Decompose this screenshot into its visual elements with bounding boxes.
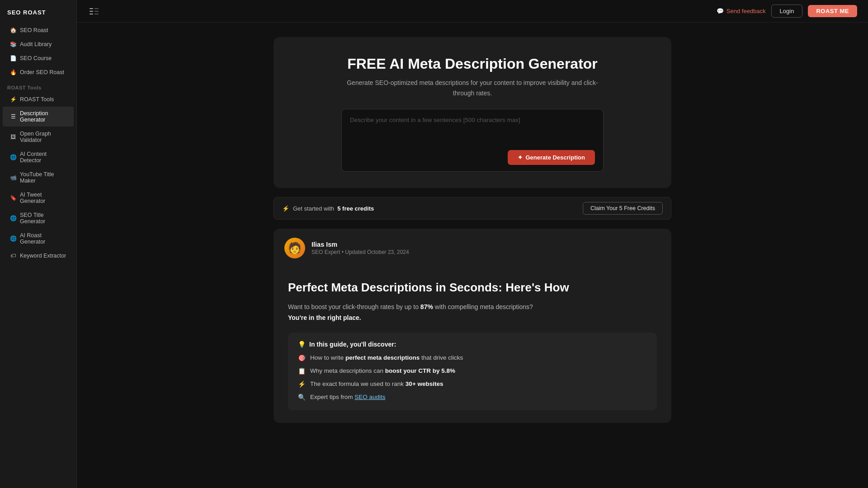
guide-title-emoji: 💡 — [298, 341, 306, 348]
guide-item-text-3: Expert tips from SEO audits — [310, 393, 386, 402]
guide-list-item: ⚡The exact formula we used to rank 30+ w… — [298, 380, 647, 389]
intro-bold: You're in the right place. — [288, 314, 361, 321]
guide-list-item: 🔍Expert tips from SEO audits — [298, 393, 647, 402]
generator-textarea[interactable] — [350, 117, 595, 144]
page-content: FREE AI Meta Description Generator Gener… — [255, 23, 689, 446]
main-content: 💬 Send feedback Login ROAST ME FREE AI M… — [77, 0, 868, 488]
svg-rect-3 — [94, 8, 99, 9]
toggle-sidebar-button[interactable] — [88, 6, 100, 17]
claim-credits-button[interactable]: Claim Your 5 Free Credits — [583, 202, 663, 215]
sidebar-item-open-graph-validator[interactable]: 🖼Open Graph Validator — [3, 127, 74, 147]
sidebar-item-roast-tools[interactable]: ⚡ROAST Tools — [3, 93, 74, 106]
sidebar-item-ai-tweet-generator[interactable]: 🔖AI Tweet Generator — [3, 188, 74, 208]
generator-input-area: ✦ Generate Description — [341, 109, 604, 172]
primary-nav: 🏠SEO Roast📚Audit Library📄SEO Course🔥Orde… — [0, 23, 76, 80]
svg-rect-1 — [90, 11, 93, 12]
brand-logo: SEO ROAST — [0, 7, 76, 23]
author-card: 🧑 Ilias Ism SEO Expert • Updated October… — [274, 229, 671, 267]
sidebar-icon-description-generator: ☰ — [10, 113, 16, 120]
sidebar-label-seo-title-generator: SEO Title Generator — [20, 212, 66, 225]
hero-subtitle: Generate SEO-optimized meta descriptions… — [346, 78, 599, 98]
sidebar-label-ai-roast-generator: AI Roast Generator — [20, 232, 66, 245]
sidebar-item-seo-roast[interactable]: 🏠SEO Roast — [3, 23, 74, 37]
tools-section-label: ROAST Tools — [0, 80, 76, 92]
guide-item-text-1: Why meta descriptions can boost your CTR… — [310, 366, 455, 375]
sidebar-item-audit-library[interactable]: 📚Audit Library — [3, 38, 74, 51]
guide-item-icon-2: ⚡ — [298, 380, 306, 389]
guide-item-icon-0: 🎯 — [298, 353, 306, 363]
intro-end: with compelling meta descriptions? — [433, 303, 533, 310]
guide-title-text: In this guide, you'll discover: — [309, 341, 396, 348]
sidebar-icon-roast-tools: ⚡ — [10, 96, 16, 103]
sidebar-item-description-generator[interactable]: ☰Description Generator — [3, 107, 74, 127]
login-button[interactable]: Login — [771, 5, 803, 18]
sidebar-item-seo-title-generator[interactable]: 🌐SEO Title Generator — [3, 208, 74, 228]
sidebar-label-seo-course: SEO Course — [20, 55, 52, 61]
sidebar-item-seo-course[interactable]: 📄SEO Course — [3, 52, 74, 65]
credits-before: Get started with — [293, 205, 334, 212]
svg-rect-2 — [90, 14, 93, 14]
sidebar-label-order-seo-roast: Order SEO Roast — [20, 69, 64, 75]
sidebar-label-audit-library: Audit Library — [20, 41, 52, 47]
sidebar-icon-order-seo-roast: 🔥 — [10, 69, 16, 75]
topbar-left — [88, 6, 100, 17]
sidebar: SEO ROAST 🏠SEO Roast📚Audit Library📄SEO C… — [0, 0, 77, 488]
author-name: Ilias Ism — [311, 241, 409, 248]
credits-label: Get started with 5 free credits — [293, 205, 374, 212]
free-credits-text: ⚡ Get started with 5 free credits — [282, 205, 374, 212]
author-avatar: 🧑 — [284, 238, 305, 258]
guide-item-text-0: How to write perfect meta descriptions t… — [310, 353, 463, 362]
send-feedback-button[interactable]: 💬 Send feedback — [717, 8, 766, 14]
generate-btn-row: ✦ Generate Description — [350, 150, 595, 165]
sidebar-icon-youtube-title-maker: 📹 — [10, 174, 16, 181]
sidebar-icon-ai-tweet-generator: 🔖 — [10, 195, 16, 201]
svg-rect-4 — [94, 11, 99, 12]
svg-rect-0 — [90, 8, 93, 9]
credits-emoji: ⚡ — [282, 205, 289, 212]
generate-icon: ✦ — [518, 154, 523, 161]
hero-title: FREE AI Meta Description Generator — [288, 55, 657, 72]
sidebar-label-keyword-extractor: Keyword Extractor — [20, 253, 66, 259]
article-card: Perfect Meta Descriptions in Seconds: He… — [274, 267, 671, 422]
generate-btn-label: Generate Description — [526, 154, 585, 161]
author-article-wrapper: 🧑 Ilias Ism SEO Expert • Updated October… — [274, 229, 671, 422]
sidebar-label-seo-roast: SEO Roast — [20, 27, 48, 33]
sidebar-item-ai-content-detector[interactable]: 🌐AI Content Detector — [3, 147, 74, 167]
intro-before: Want to boost your click-through rates b… — [288, 303, 420, 310]
avatar-emoji: 🧑 — [288, 242, 302, 254]
author-meta: SEO Expert • Updated October 23, 2024 — [311, 249, 409, 255]
guide-item-icon-1: 📋 — [298, 366, 306, 376]
author-info: Ilias Ism SEO Expert • Updated October 2… — [311, 241, 409, 255]
credits-highlight: 5 free credits — [337, 205, 374, 212]
free-credits-bar: ⚡ Get started with 5 free credits Claim … — [274, 197, 671, 220]
sidebar-icon-open-graph-validator: 🖼 — [10, 134, 16, 140]
topbar-right: 💬 Send feedback Login ROAST ME — [717, 5, 857, 18]
sidebar-label-ai-tweet-generator: AI Tweet Generator — [20, 192, 66, 204]
generate-description-button[interactable]: ✦ Generate Description — [508, 150, 595, 165]
guide-box: 💡 In this guide, you'll discover: 🎯How t… — [288, 333, 657, 410]
sidebar-icon-ai-content-detector: 🌐 — [10, 154, 16, 160]
sidebar-icon-audit-library: 📚 — [10, 41, 16, 47]
article-intro: Want to boost your click-through rates b… — [288, 302, 657, 324]
send-feedback-label: Send feedback — [726, 8, 766, 14]
sidebar-icon-keyword-extractor: 🏷 — [10, 253, 16, 259]
guide-item-link-3[interactable]: SEO audits — [354, 394, 385, 400]
guide-item-text-2: The exact formula we used to rank 30+ we… — [310, 380, 443, 389]
guide-list-item: 🎯How to write perfect meta descriptions … — [298, 353, 647, 363]
guide-item-icon-3: 🔍 — [298, 393, 306, 402]
article-title: Perfect Meta Descriptions in Seconds: He… — [288, 280, 657, 296]
guide-box-title: 💡 In this guide, you'll discover: — [298, 341, 647, 348]
sidebar-item-ai-roast-generator[interactable]: 🌐AI Roast Generator — [3, 229, 74, 249]
sidebar-item-youtube-title-maker[interactable]: 📹YouTube Title Maker — [3, 168, 74, 188]
hero-card: FREE AI Meta Description Generator Gener… — [274, 37, 671, 188]
roast-me-button[interactable]: ROAST ME — [808, 5, 857, 17]
sidebar-icon-seo-roast: 🏠 — [10, 27, 16, 33]
sidebar-icon-seo-title-generator: 🌐 — [10, 215, 16, 221]
sidebar-item-keyword-extractor[interactable]: 🏷Keyword Extractor — [3, 249, 74, 263]
tools-nav: ⚡ROAST Tools☰Description Generator🖼Open … — [0, 92, 76, 263]
sidebar-item-order-seo-roast[interactable]: 🔥Order SEO Roast — [3, 66, 74, 79]
topbar: 💬 Send feedback Login ROAST ME — [77, 0, 868, 23]
guide-list-item: 📋Why meta descriptions can boost your CT… — [298, 366, 647, 376]
sidebar-label-roast-tools: ROAST Tools — [20, 96, 54, 103]
sidebar-icon-seo-course: 📄 — [10, 55, 16, 61]
